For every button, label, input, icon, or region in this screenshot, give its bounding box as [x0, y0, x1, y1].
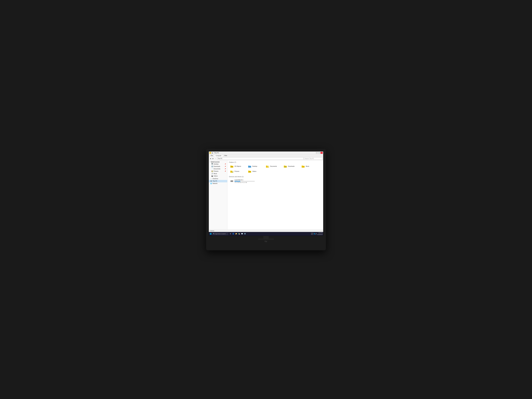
quick-access-label: Quick access [211, 161, 220, 163]
folder-videos-label: Videos [252, 171, 256, 172]
minimize-button[interactable]: ─ [316, 152, 318, 154]
taskbar-apps: ⊞ 🌀 📁 🛍️ ✉️ ⚙️ [229, 233, 246, 235]
address-text: This PC [218, 158, 222, 159]
taskbar-volume-icon[interactable]: 🔊 [315, 233, 317, 234]
svg-text:3D: 3D [231, 166, 233, 167]
folder-desktop-icon [248, 165, 252, 168]
svg-rect-27 [248, 171, 249, 171]
drive-c-space: 79.0 GB free of 111 GB [234, 182, 255, 183]
taskbar-search-placeholder: Type here to search [215, 233, 226, 234]
taskbar-lang: ENGINTL [311, 233, 313, 235]
taskbar-app-taskview[interactable]: ⊞ [229, 233, 232, 235]
taskbar-clock[interactable]: 1:29 PM 4/13/2024 [317, 232, 323, 235]
tab-file[interactable]: File [209, 154, 214, 157]
sidebar-music-label: Music [214, 173, 217, 174]
svg-rect-6 [248, 166, 251, 168]
svg-rect-17 [285, 167, 286, 167]
up-button[interactable]: ↑ [215, 158, 216, 160]
svg-point-24 [232, 171, 233, 171]
pin-icon-pic: 📌 [225, 171, 226, 172]
downloads-icon: ⬇️ [211, 165, 213, 167]
folder-documents[interactable]: Documents [265, 164, 282, 169]
folders-grid: 3D 3D Objects [229, 164, 322, 174]
sidebar-pictures-label: Pictures [214, 171, 218, 172]
folder-desktop-label: Desktop [252, 165, 257, 167]
forward-button[interactable]: ▶ [212, 158, 214, 160]
pin-icon: 📌 [225, 164, 226, 165]
folder-downloads-icon [283, 165, 287, 168]
sidebar-item-network[interactable]: 🌐 Network [209, 182, 227, 185]
sidebar-this-pc-label: This PC [213, 180, 217, 182]
taskbar-app-mail[interactable]: ✉️ [241, 233, 243, 235]
drive-c-bar-fill [234, 181, 240, 182]
taskbar: 🔍 Type here to search ⊞ 🌀 📁 🛍️ ✉️ [209, 232, 323, 236]
folder-music[interactable]: ♪ Music [300, 164, 318, 169]
back-button[interactable]: ◀ [209, 158, 211, 160]
taskbar-search[interactable]: 🔍 Type here to search [212, 233, 228, 235]
sidebar-item-documents[interactable]: 📄 Documents 📌 [209, 168, 227, 170]
pictures-icon: 🖼️ [211, 170, 213, 172]
svg-rect-8 [266, 165, 267, 166]
sidebar-network-label: Network [213, 183, 217, 184]
start-button[interactable] [209, 233, 212, 235]
sidebar-item-pictures[interactable]: 🖼️ Pictures 📌 [209, 170, 227, 172]
folder-desktop[interactable]: Desktop [247, 164, 264, 169]
monitor-brand: hp [209, 240, 323, 242]
network-icon: 🌐 [210, 183, 212, 184]
svg-text:♪: ♪ [303, 166, 304, 167]
svg-rect-16 [285, 166, 285, 166]
quick-access-arrow: ▼ [210, 161, 211, 163]
tab-computer[interactable]: Computer [214, 154, 223, 157]
taskbar-right: ENGINTL 🌐 🔊 1:29 PM 4/13/2024 [311, 232, 323, 235]
tab-view[interactable]: View [223, 154, 228, 157]
folder-downloads[interactable]: Downloads [283, 164, 300, 169]
stand-base [258, 239, 274, 240]
drive-c-icon [230, 179, 234, 183]
sidebar-item-onedrive[interactable]: ☁️ OneDrive [209, 177, 227, 180]
taskbar-app-settings[interactable]: ⚙️ [244, 233, 246, 235]
maximize-button[interactable]: □ [318, 152, 320, 154]
svg-rect-9 [268, 166, 269, 167]
address-bar[interactable]: This PC [217, 157, 304, 160]
taskbar-app-store[interactable]: 🛍️ [238, 233, 241, 235]
svg-rect-32 [231, 181, 232, 181]
drive-c-name: Local Disk (C:) [234, 179, 255, 181]
sidebar-item-music[interactable]: 🎵 Music [209, 172, 227, 175]
drive-c-info: Local Disk (C:) 79.0 GB free of 111 GB [234, 179, 255, 183]
folder-music-label: Music [306, 165, 309, 167]
drives-section-header: Devices and drives (1) [229, 176, 322, 177]
sidebar-item-videos[interactable]: 🎬 Videos [209, 175, 227, 177]
sidebar-videos-label: Videos [214, 175, 218, 177]
sidebar-documents-label: Documents [214, 168, 220, 170]
sidebar-item-this-pc[interactable]: 💻 This PC [209, 180, 227, 182]
pin-icon-doc: 📌 [225, 168, 226, 170]
search-box[interactable]: Search This PC [304, 157, 323, 160]
sidebar-item-desktop[interactable]: 🖥️ Desktop 📌 [209, 163, 227, 165]
close-button[interactable]: ✕ [321, 152, 323, 154]
ribbon: File Computer View [209, 154, 323, 157]
folder-documents-icon [266, 165, 269, 168]
folder-videos[interactable]: Videos [247, 169, 264, 174]
drive-c[interactable]: Local Disk (C:) 79.0 GB free of 111 GB [229, 178, 256, 184]
folder-pictures[interactable]: Pictures [229, 169, 246, 174]
toolbar: ◀ ▶ ↑ This PC Search This PC [209, 157, 323, 160]
this-pc-icon: 💻 [210, 180, 212, 182]
onedrive-icon: ☁️ [210, 178, 212, 180]
folder-3d-objects[interactable]: 3D 3D Objects [229, 164, 246, 169]
sidebar-quick-access-header[interactable]: ▼ Quick access [209, 161, 227, 163]
taskbar-app-explorer[interactable]: 📁 [235, 233, 238, 235]
svg-rect-14 [284, 165, 285, 166]
folder-music-icon: ♪ [301, 165, 305, 168]
taskbar-search-icon: 🔍 [213, 233, 215, 234]
taskbar-network-icon[interactable]: 🌐 [314, 233, 315, 234]
sidebar: ▼ Quick access 🖥️ Desktop 📌 ⬇️ Downloads… [209, 160, 228, 229]
folder-videos-icon [248, 170, 252, 173]
taskbar-app-edge[interactable]: 🌀 [232, 233, 234, 235]
search-placeholder: Search This PC [305, 158, 314, 159]
window-icon [209, 152, 211, 154]
folder-3d-icon: 3D [230, 165, 234, 168]
monitor-stand [209, 236, 323, 240]
videos-icon: 🎬 [211, 175, 213, 177]
sidebar-item-downloads[interactable]: ⬇️ Downloads 📌 [209, 165, 227, 168]
pin-icon-dl: 📌 [225, 166, 226, 167]
